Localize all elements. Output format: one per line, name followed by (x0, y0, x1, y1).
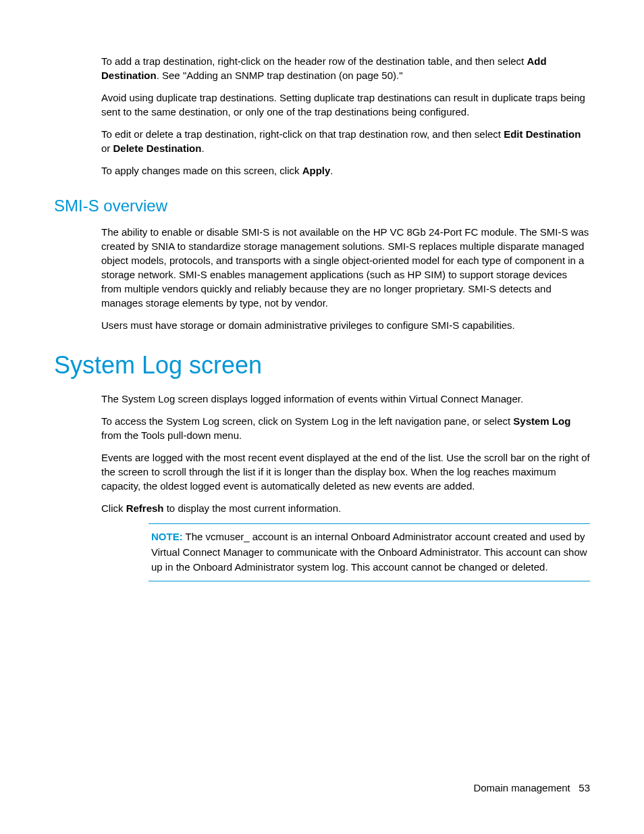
paragraph-syslog-intro: The System Log screen displays logged in… (101, 392, 590, 406)
paragraph-syslog-events: Events are logged with the most recent e… (101, 450, 590, 493)
paragraph-syslog-access: To access the System Log screen, click o… (101, 414, 590, 442)
page-footer: Domain management 53 (473, 782, 590, 793)
footer-section: Domain management (473, 782, 570, 793)
text: To apply changes made on this screen, cl… (101, 165, 302, 176)
heading-smis-overview: SMI-S overview (54, 197, 590, 215)
text: from the Tools pull-down menu. (101, 429, 242, 441)
footer-page: 53 (579, 782, 590, 793)
paragraph-smis-desc: The ability to enable or disable SMI-S i… (101, 225, 590, 310)
text: To access the System Log screen, click o… (101, 415, 513, 427)
text: Click (101, 502, 126, 514)
bold-apply: Apply (302, 165, 331, 176)
text: . (330, 165, 333, 176)
paragraph-avoid-duplicate: Avoid using duplicate trap destinations.… (101, 90, 590, 119)
paragraph-add-destination: To add a trap destination, right-click o… (101, 54, 590, 82)
paragraph-syslog-refresh: Click Refresh to display the most curren… (101, 501, 590, 515)
text: To edit or delete a trap destination, ri… (101, 128, 504, 140)
page-content: To add a trap destination, right-click o… (54, 54, 590, 581)
paragraph-apply: To apply changes made on this screen, cl… (101, 163, 590, 178)
paragraph-edit-delete: To edit or delete a trap destination, ri… (101, 127, 590, 155)
text: . (201, 142, 204, 154)
note-text: The vcmuser_ account is an internal Onbo… (151, 531, 587, 573)
bold-delete-destination: Delete Destination (113, 142, 202, 154)
bold-system-log: System Log (513, 415, 570, 427)
text: . See "Adding an SNMP trap destination (… (157, 70, 403, 81)
heading-system-log: System Log screen (54, 351, 590, 380)
paragraph-smis-priv: Users must have storage or domain admini… (101, 318, 590, 332)
text: To add a trap destination, right-click o… (101, 55, 527, 67)
bold-edit-destination: Edit Destination (504, 128, 581, 140)
note-label: NOTE: (151, 531, 183, 542)
text: to display the most current information. (164, 502, 342, 514)
bold-refresh: Refresh (126, 502, 164, 514)
note-box: NOTE: The vcmuser_ account is an interna… (149, 523, 590, 581)
text: or (101, 142, 113, 154)
